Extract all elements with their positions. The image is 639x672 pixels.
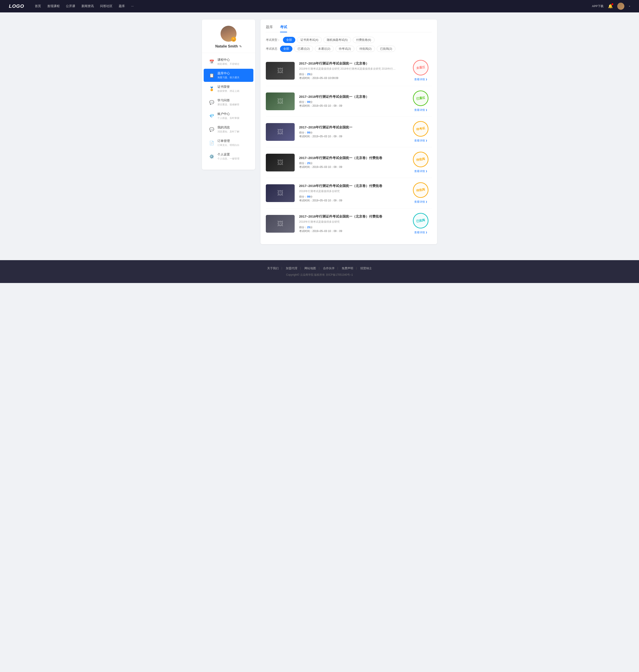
course-center-text: 课程中心 精彩课程、不容错过	[217, 58, 239, 66]
exam-info: 2017–2018年行测证件考试全国统一 得分：99分 考试时间：2019–05…	[299, 125, 405, 139]
exam-item: 🖼 2017–2018年行测证件考试全国统一（北京卷）付费批卷 2018年行测考…	[266, 178, 432, 208]
footer-link-0[interactable]: 关于我们	[264, 266, 282, 270]
nav-link-2[interactable]: 公开课	[66, 4, 75, 8]
sidebar-profile: 🏆 Natalie Smith ✎	[202, 19, 255, 53]
exam-status-stamp: 待批阅	[411, 181, 430, 199]
exam-score: 得分：25分	[299, 73, 405, 76]
cert-honor-text: 证书荣誉 收获荣誉、持证上岗	[217, 85, 239, 93]
notification-dot	[611, 3, 613, 5]
filter-type-options: 全部证书类考试(4)随机抽题考试(5)付费批卷(6)	[283, 37, 375, 43]
nav-link-6[interactable]: ···	[131, 4, 134, 8]
exam-status-stamp: 已通过	[411, 89, 430, 107]
edit-icon[interactable]: ✎	[239, 45, 242, 48]
tab-question-bank[interactable]: 题库	[266, 25, 273, 32]
score-value: 99	[307, 100, 310, 103]
footer-link-2[interactable]: 网站地图	[301, 266, 320, 270]
exam-score: 得分：99分	[299, 131, 405, 134]
sidebar: 🏆 Natalie Smith ✎ 📅 课程中心 精彩课程、不容错过 📋 题库中…	[202, 19, 255, 170]
footer-link-4[interactable]: 免费声明	[338, 266, 357, 270]
view-detail-btn[interactable]: 查看详情 ❯	[414, 78, 427, 81]
exam-actions: 已通过 查看详情 ❯	[409, 91, 432, 112]
notification-bell[interactable]: 🔔	[608, 4, 613, 9]
settings-sub: 个人信息、一键管理	[217, 157, 239, 160]
app-download-btn[interactable]: APP下载	[592, 4, 604, 8]
exam-title: 2017–2018年行测证件考试全国统一（北京卷）付费批卷	[299, 156, 405, 160]
exam-actions: 待考试 查看详情 ❯	[409, 121, 432, 143]
avatar[interactable]	[617, 3, 624, 10]
filter-status-option-1[interactable]: 已通过(2)	[294, 46, 313, 52]
thumb-overlay: 🖼	[266, 62, 295, 80]
exam-thumbnail: 🖼	[266, 215, 295, 233]
sidebar-item-cert-honor[interactable]: 🏅 证书荣誉 收获荣誉、持证上岗	[204, 82, 253, 95]
exam-thumbnail: 🖼	[266, 123, 295, 141]
footer-link-3[interactable]: 合作伙伴	[320, 266, 338, 270]
cert-honor-title: 证书荣誉	[217, 85, 239, 89]
content-area: 题库考试 考试类型： 全部证书类考试(4)随机抽题考试(5)付费批卷(6) 考试…	[261, 19, 437, 244]
score-value: 25	[307, 73, 310, 76]
avatar-image	[617, 3, 624, 10]
exam-actions: 待批阅 查看详情 ❯	[409, 152, 432, 173]
exam-time: 考试时间：2019–05–03 10：09：09	[299, 199, 405, 203]
username: Natalie Smith	[215, 44, 238, 48]
view-detail-btn[interactable]: 查看详情 ❯	[414, 200, 427, 204]
exam-info: 2017–2018年行测证件考试全国统一（北京卷）付费批卷 得分：25分 考试时…	[299, 156, 405, 169]
view-detail-btn[interactable]: 查看详情 ❯	[414, 139, 427, 143]
exam-thumbnail: 🖼	[266, 93, 295, 110]
filter-status-option-3[interactable]: 待考试(2)	[336, 46, 354, 52]
filter-status-label: 考试状态	[266, 47, 277, 51]
exam-info: 2017–2018年行测证件考试全国统一（北京卷）付费批卷 2018年行测考试是…	[299, 214, 405, 233]
score-value: 25	[307, 226, 310, 229]
nav-link-3[interactable]: 新闻资讯	[81, 4, 94, 8]
exam-desc: 2018年行测考试是最值得多去研究	[299, 220, 405, 224]
sidebar-item-orders[interactable]: 📄 订单管理 订单支出、明明白白	[204, 137, 253, 149]
filter-status-option-0[interactable]: 全部	[280, 46, 293, 52]
sidebar-item-course-center[interactable]: 📅 课程中心 精彩课程、不容错过	[204, 55, 253, 68]
thumb-overlay: 🖼	[266, 93, 295, 110]
navbar: LOGO 首页发现课程公开课新闻资讯问答社区题库··· APP下载 🔔 ▾	[0, 0, 639, 12]
tab-exam[interactable]: 考试	[280, 25, 287, 32]
nav-link-1[interactable]: 发现课程	[47, 4, 60, 8]
sidebar-item-messages[interactable]: 💬 我的消息 消息通知、及时了解	[204, 123, 253, 136]
exam-actions: 未通过 查看详情 ❯	[409, 60, 432, 81]
sidebar-item-exam-center[interactable]: 📋 题库中心 海量习题、助力通关	[204, 69, 253, 82]
nav-link-4[interactable]: 问答社区	[100, 4, 112, 8]
exam-info: 2017–2018年行测证件考试全国统一（北京卷） 2018年行测考试是最值得多…	[299, 61, 405, 80]
nav-link-5[interactable]: 题库	[119, 4, 125, 8]
view-detail-btn[interactable]: 查看详情 ❯	[414, 170, 427, 173]
sidebar-item-account[interactable]: 💎 账户中心 个人权益、实时掌握	[204, 109, 253, 123]
qa-icon: 💬	[208, 99, 215, 106]
footer-link-5[interactable]: 招贤纳士	[357, 266, 375, 270]
orders-text: 订单管理 订单支出、明明白白	[217, 139, 239, 147]
profile-avatar-wrap: 🏆	[220, 26, 236, 42]
messages-text: 我的消息 消息通知、及时了解	[217, 126, 239, 133]
view-detail-btn[interactable]: 查看详情 ❯	[414, 231, 427, 235]
orders-title: 订单管理	[217, 139, 239, 143]
filter-status-option-5[interactable]: 已批阅(2)	[377, 46, 395, 52]
settings-text: 个人设置 个人信息、一键管理	[217, 153, 239, 160]
filter-status-option-4[interactable]: 待批阅(2)	[356, 46, 375, 52]
exam-score: 得分：25分	[299, 161, 405, 165]
filter-type-option-2[interactable]: 随机抽题考试(5)	[324, 37, 351, 43]
chevron-down-icon[interactable]: ▾	[629, 5, 630, 8]
filter-type-option-3[interactable]: 付费批卷(6)	[353, 37, 375, 43]
exam-thumbnail: 🖼	[266, 184, 295, 202]
exam-desc: 2018年行测考试是最值得多去研究 2018年行测考试是最值得多去研究 2018…	[299, 67, 405, 71]
qa-text: 学习问答 课后重温、疑难解答	[217, 98, 239, 106]
nav-link-0[interactable]: 首页	[35, 4, 41, 8]
nav-links: 首页发现课程公开课新闻资讯问答社区题库···	[35, 4, 592, 8]
orders-sub: 订单支出、明明白白	[217, 144, 239, 147]
exam-center-icon: 📋	[208, 72, 215, 79]
exam-desc: 2018年行测考试是最值得多去研究	[299, 189, 405, 193]
filter-type-option-0[interactable]: 全部	[283, 37, 295, 43]
footer-link-1[interactable]: 加盟代理	[282, 266, 301, 270]
exam-score: 得分：99分	[299, 195, 405, 199]
settings-icon: ⚙️	[208, 153, 215, 160]
filter-type-option-1[interactable]: 证书类考试(4)	[297, 37, 322, 43]
filter-status-option-2[interactable]: 未通过(2)	[315, 46, 334, 52]
sidebar-item-settings[interactable]: ⚙️ 个人设置 个人信息、一键管理	[204, 150, 253, 163]
footer: 关于我们加盟代理网站地图合作伙伴免费声明招贤纳士 Copyright© 云朵商学…	[0, 260, 639, 283]
sidebar-item-qa[interactable]: 💬 学习问答 课后重温、疑难解答	[204, 96, 253, 109]
view-detail-btn[interactable]: 查看详情 ❯	[414, 108, 427, 112]
exam-title: 2017–2018年行测证件考试全国统一（北京卷）	[299, 61, 405, 66]
account-title: 账户中心	[217, 112, 239, 116]
